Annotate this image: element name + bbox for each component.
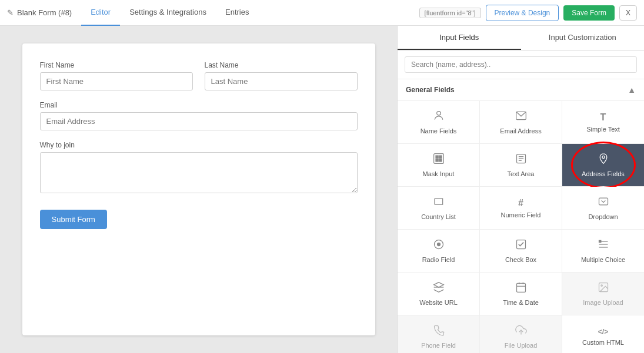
field-label: Name Fields [421,127,457,135]
panel-body: General Fields ▲ Name Fields Emai [398,51,644,353]
field-multiple-choice[interactable]: Multiple Choice [562,230,644,272]
submit-form-button[interactable]: Submit Form [40,210,107,229]
save-form-button[interactable]: Save Form [563,5,615,21]
field-dropdown[interactable]: Dropdown [562,187,644,229]
field-label: Check Box [505,256,536,263]
country-icon [433,196,445,210]
numeric-icon: # [518,198,523,209]
svg-point-28 [600,285,602,287]
radio-icon [433,238,445,253]
field-label: Phone Field [421,342,456,349]
field-phone[interactable]: Phone Field [398,315,479,353]
email-icon [515,110,527,125]
address-icon [598,153,609,167]
preview-design-button[interactable]: Preview & Design [486,5,559,21]
field-website-url[interactable]: Website URL [398,273,479,315]
panel-tab-customization[interactable]: Input Customization [521,26,645,50]
field-email-address[interactable]: Email Address [480,101,562,143]
image-upload-icon [598,281,609,296]
field-file-upload[interactable]: File Upload [480,315,562,353]
why-join-group: Why to join [40,141,358,193]
field-label: Multiple Choice [581,256,625,263]
field-numeric[interactable]: # Numeric Field [480,187,562,229]
svg-point-11 [602,156,604,158]
email-label: Email [40,101,358,109]
field-label: Dropdown [588,213,618,220]
person-icon [433,110,445,125]
svg-rect-3 [436,156,438,158]
svg-rect-5 [436,159,438,162]
field-label: Mask Input [423,170,455,177]
svg-rect-13 [599,198,608,205]
tab-editor[interactable]: Editor [81,0,120,26]
main-tab-nav: Editor Settings & Integrations Entries [81,0,258,26]
general-fields-header[interactable]: General Fields ▲ [398,79,644,100]
field-label: Image Upload [583,299,623,306]
field-label: Email Address [500,127,541,135]
main-layout: First Name Last Name Email Why to join [0,26,644,353]
svg-rect-4 [439,156,441,158]
website-icon [433,281,445,296]
field-custom-html[interactable]: </> Custom HTML [562,315,644,353]
field-label: Numeric Field [501,211,541,218]
svg-point-15 [437,243,440,246]
field-mask-input[interactable]: Mask Input [398,144,479,186]
why-join-row: Why to join [40,141,358,193]
panel-tabs: Input Fields Input Customization [398,26,644,51]
tab-entries[interactable]: Entries [216,0,258,26]
general-fields-chevron: ▲ [628,85,636,95]
svg-rect-2 [433,154,443,164]
field-label: Address Fields [582,170,625,177]
field-radio[interactable]: Radio Field [398,230,479,272]
field-time-date[interactable]: Time & Date [480,273,562,315]
edit-icon: ✎ [7,8,14,17]
last-name-label: Last Name [205,61,358,69]
first-name-group: First Name [40,61,193,90]
field-country-list[interactable]: Country List [398,187,479,229]
tab-settings[interactable]: Settings & Integrations [120,0,216,26]
field-label: Website URL [419,299,458,306]
calendar-icon [515,281,527,296]
search-input[interactable] [405,56,637,73]
svg-rect-6 [439,159,441,162]
close-button[interactable]: X [619,5,637,21]
svg-marker-21 [433,283,443,287]
form-card: First Name Last Name Email Why to join [22,43,375,335]
field-address-fields[interactable]: Address Fields [562,144,644,186]
svg-rect-23 [516,283,525,292]
form-name: Blank Form (#8) [17,8,72,17]
email-input[interactable] [40,112,358,130]
first-name-input[interactable] [40,72,193,90]
why-join-textarea[interactable] [40,152,358,193]
last-name-input[interactable] [205,72,358,90]
topbar-actions: [fluentform id="8"] Preview & Design Sav… [419,5,637,21]
multiple-choice-icon [598,238,609,253]
email-row: Email [40,101,358,130]
checkbox-icon [515,238,527,253]
search-box [398,51,644,79]
topbar: ✎ Blank Form (#8) Editor Settings & Inte… [0,0,644,26]
text-icon: T [600,112,606,123]
svg-rect-20 [599,240,600,242]
svg-point-0 [436,112,441,116]
panel-tab-input-fields[interactable]: Input Fields [398,26,521,50]
field-simple-text[interactable]: T Simple Text [562,101,644,143]
html-icon: </> [598,328,608,336]
email-group: Email [40,101,358,130]
form-editor-area: First Name Last Name Email Why to join [0,26,397,353]
field-checkbox[interactable]: Check Box [480,230,562,272]
mask-icon [433,153,445,167]
fields-grid: Name Fields Email Address T Simple Text [398,100,644,353]
file-upload-icon [515,324,527,339]
field-image-upload[interactable]: Image Upload [562,273,644,315]
field-text-area[interactable]: Text Area [480,144,562,186]
field-name-fields[interactable]: Name Fields [398,101,479,143]
general-fields-label: General Fields [406,86,455,94]
field-label: Country List [421,213,456,220]
field-label: Radio Field [422,256,455,263]
textarea-icon [515,153,527,167]
field-label: Custom HTML [582,339,624,346]
name-row: First Name Last Name [40,61,358,90]
field-label: Text Area [508,170,535,177]
last-name-group: Last Name [205,61,358,90]
